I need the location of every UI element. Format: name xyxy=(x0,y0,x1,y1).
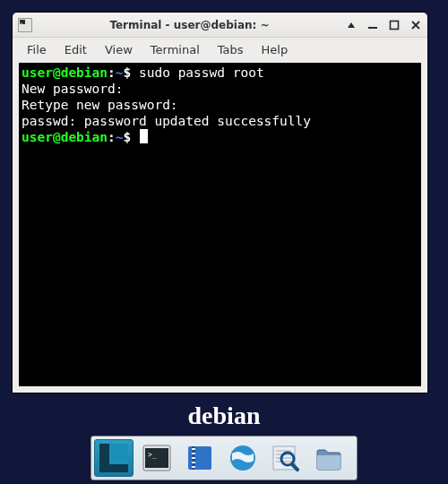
prompt-at: @ xyxy=(53,65,61,80)
prompt-host: debian xyxy=(61,65,108,80)
dock-item-show-desktop[interactable] xyxy=(94,439,134,477)
command-text: sudo passwd root xyxy=(139,65,264,80)
terminal-window: Terminal - user@debian: ~ File Edit View… xyxy=(12,12,428,393)
svg-text:>_: >_ xyxy=(148,451,157,459)
terminal-icon xyxy=(18,18,32,32)
menubar: File Edit View Terminal Tabs Help xyxy=(13,38,427,61)
prompt-path: ~ xyxy=(116,65,124,80)
prompt-symbol: $ xyxy=(124,130,139,144)
file-manager-icon xyxy=(185,443,215,473)
svg-rect-3 xyxy=(99,464,128,472)
dock: >_ xyxy=(90,436,358,480)
svg-rect-1 xyxy=(391,21,399,29)
output-line: passwd: password updated successfully xyxy=(22,114,311,128)
debian-logo-text: debian xyxy=(188,402,261,430)
svg-rect-14 xyxy=(192,466,195,468)
minimize-button[interactable] xyxy=(366,19,379,31)
maximize-button[interactable] xyxy=(388,19,401,31)
terminal-viewport[interactable]: user@debian:~$ sudo passwd root New pass… xyxy=(19,63,421,386)
search-files-icon xyxy=(271,443,301,473)
menu-edit[interactable]: Edit xyxy=(56,40,96,59)
dock-item-web-browser[interactable] xyxy=(223,439,263,477)
rollup-button[interactable] xyxy=(345,19,358,31)
menu-view[interactable]: View xyxy=(96,40,142,59)
close-button[interactable] xyxy=(409,19,422,31)
svg-rect-4 xyxy=(99,444,109,464)
titlebar[interactable]: Terminal - user@debian: ~ xyxy=(13,13,427,38)
window-title: Terminal - user@debian: ~ xyxy=(39,19,340,31)
menu-terminal[interactable]: Terminal xyxy=(142,40,209,59)
folder-icon xyxy=(314,443,344,473)
svg-rect-8 xyxy=(188,446,211,470)
prompt-user: user xyxy=(22,65,53,80)
cursor xyxy=(140,129,148,143)
dock-item-terminal[interactable]: >_ xyxy=(137,439,177,477)
prompt-user: user xyxy=(22,130,53,144)
prompt-colon: : xyxy=(108,65,116,80)
output-line: Retype new password: xyxy=(22,98,178,112)
svg-rect-0 xyxy=(368,27,377,29)
menu-file[interactable]: File xyxy=(18,40,56,59)
os-branding: debian xyxy=(0,402,448,430)
window-controls xyxy=(345,19,422,31)
dock-item-search[interactable] xyxy=(266,439,306,477)
dock-item-files[interactable] xyxy=(180,439,220,477)
svg-rect-10 xyxy=(192,448,195,450)
svg-rect-11 xyxy=(192,453,195,454)
dock-item-home-folder[interactable] xyxy=(309,439,349,477)
prompt-at: @ xyxy=(53,130,61,144)
prompt-host: debian xyxy=(61,130,108,144)
prompt-path: ~ xyxy=(116,130,124,144)
terminal-icon: >_ xyxy=(142,443,172,473)
globe-icon xyxy=(228,443,258,473)
output-line: New password: xyxy=(22,82,124,96)
prompt-colon: : xyxy=(108,130,116,144)
menu-help[interactable]: Help xyxy=(253,40,297,59)
prompt-symbol: $ xyxy=(124,65,139,80)
menu-tabs[interactable]: Tabs xyxy=(209,40,253,59)
show-desktop-icon xyxy=(99,443,129,473)
svg-rect-13 xyxy=(192,462,195,463)
svg-rect-12 xyxy=(192,457,195,459)
